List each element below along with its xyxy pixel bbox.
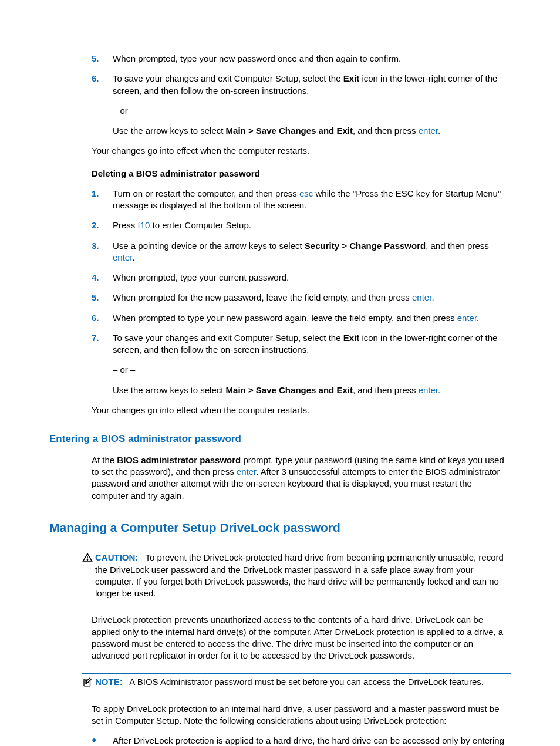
key-f10: f10 — [138, 220, 150, 230]
step-number: 4. — [92, 272, 113, 283]
step-text: When prompted, type your new password on… — [113, 53, 511, 65]
text: . — [132, 252, 134, 262]
text: Turn on or restart the computer, and the… — [113, 188, 299, 198]
bold: Exit — [343, 73, 360, 83]
bullet-icon: ● — [92, 735, 113, 746]
text: When prompted to type your new password … — [113, 313, 457, 323]
text: Use the arrow keys to select — [113, 385, 226, 395]
bold: Main > Save Changes and Exit — [226, 126, 353, 136]
step-number: 6. — [92, 312, 113, 324]
caution-icon — [82, 552, 95, 599]
step-number: 1. — [92, 188, 113, 212]
text: Use a pointing device or the arrow keys … — [113, 241, 305, 251]
key-enter: enter — [412, 292, 431, 302]
text: to enter Computer Setup. — [150, 220, 251, 230]
step-text: Turn on or restart the computer, and the… — [113, 188, 511, 212]
step-number: 6. — [92, 73, 113, 137]
key-esc: esc — [299, 188, 313, 198]
bold: Main > Save Changes and Exit — [226, 385, 353, 395]
del-step-7: 7. To save your changes and exit Compute… — [49, 332, 511, 396]
step-number: 5. — [92, 53, 113, 65]
caution-text: CAUTION: To prevent the DriveLock-protec… — [95, 552, 511, 599]
note-label: NOTE: — [95, 677, 123, 687]
step-number: 5. — [92, 292, 113, 303]
or-separator: – or – — [113, 105, 511, 117]
svg-point-1 — [87, 559, 87, 560]
step-5: 5. When prompted, type your new password… — [49, 53, 511, 65]
text: . — [438, 126, 440, 136]
list-item-text: After DriveLock protection is applied to… — [113, 735, 511, 746]
step-text: When prompted, type your current passwor… — [113, 272, 511, 283]
drivelock-paragraph: DriveLock protection prevents unauthoriz… — [92, 614, 511, 661]
del-step-3: 3. Use a pointing device or the arrow ke… — [49, 240, 511, 264]
key-enter: enter — [419, 126, 438, 136]
text: , and then press — [353, 385, 419, 395]
key-enter: enter — [419, 385, 438, 395]
step-number: 7. — [92, 332, 113, 396]
managing-heading: Managing a Computer Setup DriveLock pass… — [49, 519, 511, 536]
text: Use the arrow keys to select — [113, 126, 226, 136]
key-enter: enter — [237, 467, 256, 477]
key-enter: enter — [113, 252, 132, 262]
text: . — [431, 292, 434, 302]
text: Press — [113, 220, 138, 230]
step-text: To save your changes and exit Computer S… — [113, 332, 511, 396]
entering-paragraph: At the BIOS administrator password promp… — [92, 454, 511, 502]
text: At the — [92, 455, 117, 465]
caution-admonition: CAUTION: To prevent the DriveLock-protec… — [82, 545, 511, 606]
text: . — [477, 313, 479, 323]
caution-label: CAUTION: — [95, 552, 138, 562]
bold: Exit — [343, 333, 360, 343]
restart-note: Your changes go into effect when the com… — [92, 145, 511, 157]
alt-step-text: Use the arrow keys to select Main > Save… — [113, 384, 511, 396]
step-number: 3. — [92, 240, 113, 264]
text: A BIOS Administrator password must be se… — [129, 677, 484, 687]
key-enter: enter — [457, 313, 477, 323]
del-step-2: 2. Press f10 to enter Computer Setup. — [49, 220, 511, 231]
bold: BIOS administrator password — [117, 455, 241, 465]
step-text: Press f10 to enter Computer Setup. — [113, 220, 511, 231]
note-text: NOTE: A BIOS Administrator password must… — [95, 676, 511, 688]
list-item: ● After DriveLock protection is applied … — [92, 735, 511, 746]
restart-note: Your changes go into effect when the com… — [92, 404, 511, 416]
deleting-heading: Deleting a BIOS administrator password — [92, 168, 511, 180]
step-text: When prompted for the new password, leav… — [113, 292, 511, 303]
text: To save your changes and exit Computer S… — [113, 73, 343, 83]
note-admonition: NOTE: A BIOS Administrator password must… — [82, 670, 511, 694]
step-text: Use a pointing device or the arrow keys … — [113, 240, 511, 264]
step-6: 6. To save your changes and exit Compute… — [49, 73, 511, 137]
considerations-list: ● After DriveLock protection is applied … — [92, 735, 511, 746]
text: To save your changes and exit Computer S… — [113, 333, 343, 343]
del-step-1: 1. Turn on or restart the computer, and … — [49, 188, 511, 212]
del-step-6: 6. When prompted to type your new passwo… — [49, 312, 511, 324]
apply-paragraph: To apply DriveLock protection to an inte… — [92, 703, 511, 727]
text: . — [438, 385, 440, 395]
step-text: When prompted to type your new password … — [113, 312, 511, 324]
text: When prompted for the new password, leav… — [113, 292, 412, 302]
text: To prevent the DriveLock-protected hard … — [95, 552, 504, 598]
text: , and then press — [426, 241, 489, 251]
del-step-5: 5. When prompted for the new password, l… — [49, 292, 511, 303]
del-step-4: 4. When prompted, type your current pass… — [49, 272, 511, 283]
step-number: 2. — [92, 220, 113, 231]
note-icon — [82, 676, 95, 688]
entering-heading: Entering a BIOS administrator password — [49, 433, 511, 446]
step-text: To save your changes and exit Computer S… — [113, 73, 511, 137]
alt-step-text: Use the arrow keys to select Main > Save… — [113, 125, 511, 137]
or-separator: – or – — [113, 364, 511, 376]
text: , and then press — [353, 126, 419, 136]
bold: Security > Change Password — [305, 241, 426, 251]
